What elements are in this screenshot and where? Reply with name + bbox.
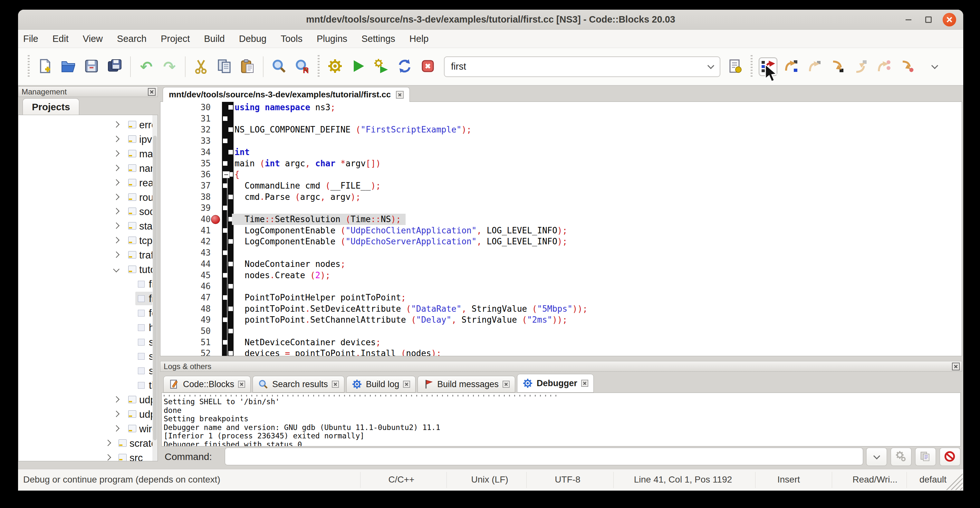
- code-line-50[interactable]: 50: [161, 326, 962, 337]
- paste-button[interactable]: [238, 57, 257, 76]
- menu-debug[interactable]: Debug: [239, 33, 266, 44]
- next-instruction-button[interactable]: [875, 57, 893, 76]
- minimize-button[interactable]: [903, 14, 914, 25]
- chevron-right-icon[interactable]: [113, 425, 119, 432]
- chevron-right-icon[interactable]: [113, 222, 119, 229]
- step-out-button[interactable]: [851, 57, 870, 76]
- rebuild-button[interactable]: [395, 57, 414, 76]
- chevron-right-icon[interactable]: [113, 150, 119, 157]
- chevron-right-icon[interactable]: [113, 165, 119, 171]
- cut-button[interactable]: [192, 57, 210, 76]
- tree-item-udp[interactable]: udp-: [18, 408, 158, 421]
- chevron-down-icon[interactable]: [113, 266, 119, 272]
- tree-item-src[interactable]: src: [18, 451, 158, 461]
- panel-splitter[interactable]: [158, 86, 160, 469]
- tree-item-se[interactable]: se: [18, 335, 158, 349]
- compile-target-button[interactable]: [726, 57, 745, 76]
- command-input[interactable]: [224, 447, 863, 465]
- editor-tab-first-cc[interactable]: mnt/dev/tools/source/ns-3-dev/examples/t…: [163, 87, 410, 102]
- code-editor[interactable]: 30using namespace ns3;3132NS_LOG_COMPONE…: [160, 102, 962, 356]
- code-line-38[interactable]: 38 cmd.Parse (argc, argv);: [161, 191, 962, 203]
- chevron-right-icon[interactable]: [113, 252, 119, 258]
- code-line-32[interactable]: 32NS_LOG_COMPONENT_DEFINE ("FirstScriptE…: [161, 124, 962, 135]
- step-into-button[interactable]: [828, 57, 847, 76]
- code-line-39[interactable]: 39: [161, 202, 962, 214]
- new-file-button[interactable]: [36, 57, 54, 76]
- menu-edit[interactable]: Edit: [52, 33, 68, 44]
- tree-item-udp[interactable]: udp: [18, 393, 158, 406]
- tree-item-he[interactable]: he: [18, 321, 158, 334]
- menu-plugins[interactable]: Plugins: [317, 33, 347, 44]
- tree-item-tuto[interactable]: tuto: [18, 263, 158, 276]
- tab-close-button[interactable]: [332, 381, 339, 388]
- menu-build[interactable]: Build: [204, 33, 225, 44]
- menu-project[interactable]: Project: [161, 33, 190, 44]
- tree-item-mat[interactable]: mat: [18, 147, 158, 161]
- tree-item-th[interactable]: th: [18, 378, 158, 392]
- tree-item-reall[interactable]: reall: [18, 176, 158, 190]
- menu-help[interactable]: Help: [409, 33, 429, 44]
- command-dropdown-button[interactable]: [866, 447, 887, 466]
- chevron-right-icon[interactable]: [113, 208, 119, 214]
- logs-close-button[interactable]: [952, 363, 960, 370]
- code-line-31[interactable]: 31: [161, 113, 962, 124]
- tab-close-button[interactable]: [238, 381, 245, 388]
- menu-file[interactable]: File: [23, 33, 38, 44]
- chevron-right-icon[interactable]: [105, 440, 111, 446]
- chevron-right-icon[interactable]: [113, 194, 119, 200]
- code-line-41[interactable]: 41 LogComponentEnable ("UdpEchoClientApp…: [161, 225, 962, 236]
- tree-vertical-scrollbar[interactable]: [153, 115, 158, 461]
- code-line-52[interactable]: 52 devices = pointToPoint.Install (nodes…: [161, 348, 962, 356]
- chevron-right-icon[interactable]: [113, 411, 119, 417]
- chevron-right-icon[interactable]: [113, 179, 119, 186]
- code-line-45[interactable]: 45 nodes.Create (2);: [161, 270, 962, 281]
- step-into-instruction-button[interactable]: [898, 57, 916, 76]
- code-line-37[interactable]: 37 CommandLine cmd (__FILE__);: [161, 180, 962, 191]
- toolbar-grip[interactable]: [751, 55, 752, 78]
- tree-item-wire[interactable]: wire: [18, 422, 158, 435]
- debugger-log-output[interactable]: Setting SHELL to '/bin/sh'doneSetting br…: [161, 393, 961, 446]
- code-line-48[interactable]: 48 pointToPoint.SetDeviceAttribute ("Dat…: [161, 303, 962, 315]
- code-line-42[interactable]: 42 LogComponentEnable ("UdpEchoServerApp…: [161, 236, 962, 247]
- replace-button[interactable]: R: [293, 57, 312, 76]
- tree-item-fo[interactable]: fo: [18, 306, 158, 320]
- tab-close-button[interactable]: [403, 381, 410, 388]
- stop-debugger-button[interactable]: [939, 447, 961, 466]
- tree-item-se[interactable]: se: [18, 349, 158, 363]
- tree-item-rout[interactable]: rout: [18, 191, 158, 204]
- menu-settings[interactable]: Settings: [361, 33, 395, 44]
- debug-toolbar-expand-button[interactable]: [925, 57, 944, 76]
- tree-item-fir[interactable]: fir: [18, 292, 158, 305]
- undo-button[interactable]: ↶: [137, 57, 156, 76]
- save-all-button[interactable]: [105, 57, 124, 76]
- code-line-51[interactable]: 51 NetDeviceContainer devices;: [161, 337, 962, 348]
- menu-tools[interactable]: Tools: [281, 33, 302, 44]
- code-line-47[interactable]: 47 PointToPointHelper pointToPoint;: [161, 292, 962, 303]
- tree-item-erro[interactable]: erro: [18, 118, 158, 132]
- tree-item-stat[interactable]: stat: [18, 219, 158, 233]
- abort-build-button[interactable]: [418, 57, 437, 76]
- chevron-right-icon[interactable]: [113, 396, 119, 403]
- management-close-button[interactable]: [148, 88, 156, 96]
- code-line-36[interactable]: 36{: [161, 169, 962, 180]
- menu-search[interactable]: Search: [117, 33, 146, 44]
- tree-item-fif[interactable]: fif: [18, 277, 158, 291]
- close-button[interactable]: [943, 13, 956, 26]
- tab-close-button[interactable]: [503, 381, 510, 388]
- resize-grip[interactable]: [946, 473, 963, 490]
- code-line-33[interactable]: 33: [161, 135, 962, 147]
- run-button[interactable]: [349, 57, 368, 76]
- redo-button[interactable]: ↷: [160, 57, 179, 76]
- breakpoint-marker[interactable]: [211, 215, 220, 224]
- code-line-46[interactable]: 46: [161, 281, 962, 292]
- chevron-right-icon[interactable]: [113, 121, 119, 127]
- logs-tab-build-log[interactable]: Build log: [346, 376, 416, 393]
- chevron-right-icon[interactable]: [113, 136, 119, 142]
- code-line-44[interactable]: 44 NodeContainer nodes;: [161, 258, 962, 270]
- chevron-right-icon[interactable]: [105, 454, 111, 460]
- build-target-combobox[interactable]: first: [444, 56, 720, 77]
- tree-item-scratch[interactable]: scratch: [18, 436, 158, 450]
- open-file-button[interactable]: [59, 57, 78, 76]
- code-line-49[interactable]: 49 pointToPoint.SetChannelAttribute ("De…: [161, 314, 962, 326]
- debug-windows-button[interactable]: [891, 447, 912, 466]
